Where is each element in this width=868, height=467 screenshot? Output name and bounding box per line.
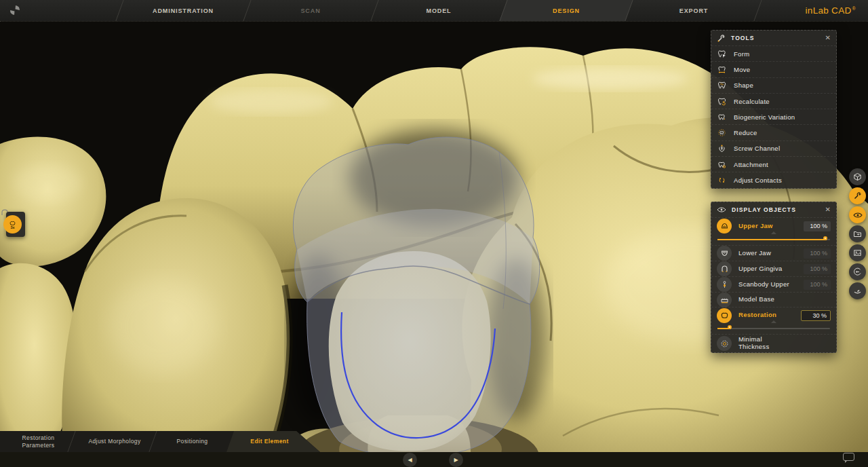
view-cube-button[interactable]: [849, 168, 866, 185]
tool-item-label: Screw Channel: [734, 145, 780, 152]
upper-gingiva-icon: [717, 261, 732, 276]
display-item-label: Minimal Thickness: [738, 336, 781, 351]
display-item-label: Lower Jaw: [738, 250, 771, 257]
display-item-lower-jaw[interactable]: Lower Jaw 100 %: [711, 245, 836, 261]
minimal-thickness-icon: [717, 336, 732, 351]
tool-item-move[interactable]: Move: [711, 61, 836, 77]
nav-separator: [370, 0, 378, 21]
restoration-icon: [717, 308, 732, 323]
reduce-tool-icon: [717, 128, 726, 137]
upper-jaw-icon: [717, 219, 732, 234]
tools-panel-header: TOOLS ✕: [711, 31, 836, 45]
form-tool-icon: [717, 50, 726, 58]
feedback-chat-icon[interactable]: [843, 453, 854, 461]
tool-item-label: Adjust Contacts: [734, 176, 782, 184]
case-folder-button[interactable]: [849, 225, 866, 242]
tools-panel-title: TOOLS: [731, 35, 755, 41]
tool-item-label: Move: [734, 66, 750, 73]
screw-channel-tool-icon: [717, 144, 726, 153]
display-item-scanbody-upper[interactable]: Scanbody Upper 100 %: [711, 276, 836, 292]
eye-icon: [717, 206, 726, 213]
display-item-minimal-thickness[interactable]: Minimal Thickness: [711, 334, 836, 352]
recalculate-tool-icon: [717, 97, 726, 106]
tool-item-label: Attachment: [734, 161, 768, 168]
export-view-button[interactable]: [849, 263, 866, 280]
display-item-upper-gingiva[interactable]: Upper Gingiva 100 %: [711, 261, 836, 276]
display-objects-header: DISPLAY OBJECTS ✕: [711, 202, 836, 217]
biogeneric-variation-tool-icon: [717, 113, 726, 122]
slider-caret: [771, 320, 776, 323]
tab-administration[interactable]: ADMINISTRATION: [127, 0, 239, 21]
display-item-label: Scanbody Upper: [738, 281, 789, 288]
slider-knob[interactable]: [728, 325, 732, 329]
step-positioning[interactable]: Positioning: [156, 431, 229, 452]
display-item-label: Upper Jaw: [738, 223, 773, 230]
lower-jaw-icon: [717, 246, 732, 261]
step-edit-element[interactable]: Edit Element: [234, 431, 305, 452]
tool-item-label: Shape: [734, 81, 753, 89]
display-item-label: Restoration: [738, 312, 776, 319]
display-item-label: Model Base: [738, 296, 774, 303]
scanbody-upper-icon: [717, 277, 732, 292]
slider-caret: [771, 231, 776, 234]
tool-item-label: Recalculate: [734, 98, 770, 105]
restoration-count-badge[interactable]: 3x: [3, 215, 22, 234]
nav-separator: [753, 0, 762, 21]
tool-item-shape[interactable]: Shape: [711, 77, 836, 93]
close-icon[interactable]: ✕: [825, 35, 831, 41]
adjust-contacts-tool-icon: [717, 176, 726, 185]
move-tool-icon: [717, 65, 726, 74]
slider-track[interactable]: [717, 328, 830, 329]
tools-icon: [717, 34, 726, 43]
tab-export[interactable]: EXPORT: [638, 0, 749, 21]
tool-item-label: Form: [734, 50, 749, 58]
workflow-steps-bar: Restoration Parameters Adjust Morphology…: [0, 431, 320, 452]
display-item-model-base[interactable]: Model Base: [711, 292, 836, 307]
step-adjust-morphology[interactable]: Adjust Morphology: [77, 431, 153, 452]
screenshot-button[interactable]: [849, 244, 866, 261]
tab-design[interactable]: DESIGN: [511, 0, 622, 21]
tool-item-attachment[interactable]: Attachment: [711, 156, 836, 172]
tool-item-screw-channel[interactable]: Screw Channel: [711, 141, 836, 156]
display-objects-rail-button[interactable]: [849, 206, 866, 223]
tool-item-biogeneric-variation[interactable]: Biogeneric Variation: [711, 109, 836, 124]
scanbody-upper-opacity-value[interactable]: 100 %: [804, 280, 831, 290]
inlab-cad-window: ADMINISTRATION SCAN MODEL DESIGN EXPORT …: [0, 0, 868, 467]
next-step-button[interactable]: ▶: [449, 453, 463, 467]
tool-item-recalculate[interactable]: Recalculate: [711, 93, 836, 109]
close-icon[interactable]: ✕: [825, 206, 831, 213]
tool-item-form[interactable]: Form: [711, 45, 836, 61]
upper-gingiva-opacity-value[interactable]: 100 %: [804, 264, 831, 274]
slider-fill: [717, 239, 827, 240]
hand-support-button[interactable]: [849, 282, 866, 299]
top-navigation: ADMINISTRATION SCAN MODEL DESIGN EXPORT …: [0, 0, 868, 21]
step-restoration-parameters[interactable]: Restoration Parameters: [5, 431, 71, 452]
nav-separator: [243, 0, 251, 21]
tool-item-adjust-contacts[interactable]: Adjust Contacts: [711, 172, 836, 187]
tools-rail-button[interactable]: [849, 187, 866, 204]
sirona-logo-icon: [8, 3, 22, 17]
previous-step-button[interactable]: ◀: [403, 453, 417, 467]
nav-separator: [115, 0, 123, 21]
shape-tool-icon: [717, 81, 726, 90]
tab-model[interactable]: MODEL: [383, 0, 494, 21]
app-brand: inLab CAD®: [806, 0, 856, 21]
display-objects-title: DISPLAY OBJECTS: [732, 206, 796, 213]
side-toolbar: [849, 168, 866, 299]
previous-arrow-icon: ◀: [408, 457, 412, 463]
restoration-opacity-slider[interactable]: [717, 323, 830, 334]
display-item-label: Upper Gingiva: [738, 265, 783, 273]
slider-knob[interactable]: [823, 236, 827, 240]
upper-jaw-opacity-slider[interactable]: [717, 234, 830, 245]
restoration-opacity-value[interactable]: 30 %: [801, 310, 831, 321]
next-arrow-icon: ▶: [454, 457, 458, 463]
model-base-icon: [717, 293, 732, 307]
tools-panel: TOOLS ✕ Form Move Shape: [711, 30, 837, 189]
lower-jaw-opacity-value[interactable]: 100 %: [804, 248, 831, 259]
tab-scan[interactable]: SCAN: [255, 0, 366, 21]
tool-item-label: Biogeneric Variation: [734, 113, 795, 121]
tool-item-reduce[interactable]: Reduce: [711, 124, 836, 140]
upper-jaw-opacity-value[interactable]: 100 %: [804, 221, 831, 231]
nav-divider: [0, 21, 868, 22]
badge-count: 3x: [10, 225, 14, 229]
